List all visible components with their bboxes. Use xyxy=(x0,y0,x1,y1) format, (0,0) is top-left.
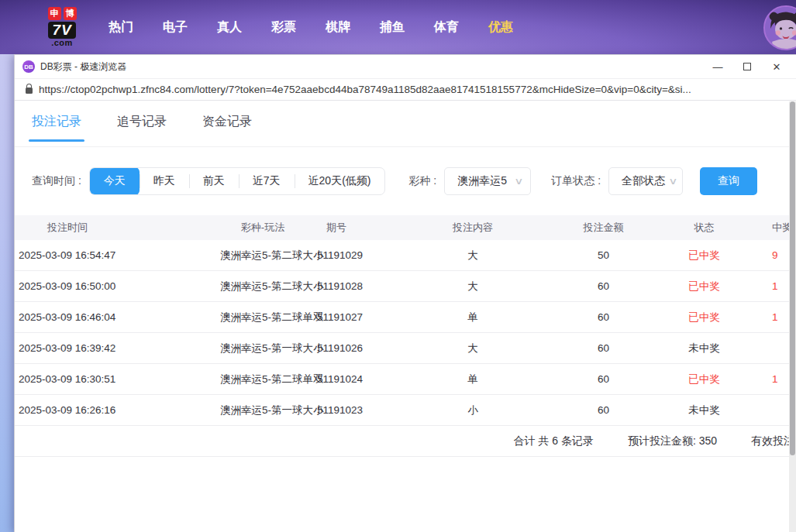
cell-game: 澳洲幸运5-第一球大小 xyxy=(208,342,317,355)
cell-status: 未中奖 xyxy=(663,342,745,355)
close-icon[interactable]: ✕ xyxy=(762,56,791,77)
site-nav-menu: 热门 电子 真人 彩票 棋牌 捕鱼 体育 优惠 xyxy=(109,19,513,36)
cell-bet-amount: 60 xyxy=(543,404,663,416)
minimize-icon[interactable]: — xyxy=(703,56,732,77)
cell-bet-amount: 60 xyxy=(543,311,663,323)
cell-status: 已中奖 xyxy=(663,249,745,263)
cell-bet-content: 小 xyxy=(402,403,543,417)
cell-issue: 51191023 xyxy=(317,404,402,416)
table-row: 2025-03-09 16:26:16 澳洲幸运5-第一球大小 51191023… xyxy=(15,395,796,426)
cell-bet-amount: 60 xyxy=(543,373,663,385)
browser-window: DB DB彩票 - 极速浏览器 — ✕ https://ctop02pchwp1… xyxy=(14,54,796,532)
logo-text: 7V xyxy=(48,22,75,39)
cell-game: 澳洲幸运5-第二球单双 xyxy=(208,311,317,324)
cell-bet-content: 大 xyxy=(402,249,543,263)
cell-bet-amount: 50 xyxy=(543,249,663,261)
nav-item-sports[interactable]: 体育 xyxy=(434,19,459,36)
window-scrollbar[interactable] xyxy=(789,101,796,532)
window-controls: — ✕ xyxy=(703,55,791,78)
summary-total-count: 合计 共 6 条记录 xyxy=(514,434,594,448)
time-option-yesterday[interactable]: 昨天 xyxy=(140,167,189,195)
user-avatar[interactable] xyxy=(763,5,796,50)
tab-fund-records[interactable]: 资金记录 xyxy=(202,114,252,146)
lottery-filter-label: 彩种 : xyxy=(408,174,436,188)
cell-issue: 51191027 xyxy=(317,311,402,323)
table-row: 2025-03-09 16:50:00 澳洲幸运5-第二球大小 51191028… xyxy=(15,271,796,302)
table-summary-row: 合计 共 6 条记录 预计投注金额: 350 有效投注金额: xyxy=(15,426,796,457)
app-icon: DB xyxy=(22,60,35,73)
time-filter-group: 今天 昨天 前天 近7天 近20天(低频) xyxy=(89,167,386,195)
order-status-select[interactable]: 全部状态 ∨ xyxy=(608,167,683,195)
scrollbar-thumb[interactable] xyxy=(790,101,795,455)
order-status-value: 全部状态 xyxy=(622,174,665,188)
page-content: 投注记录 追号记录 资金记录 查询时间 : 今天 昨天 前天 近7天 近20天(… xyxy=(15,101,796,457)
tab-chase-records[interactable]: 追号记录 xyxy=(117,114,167,146)
cell-game: 澳洲幸运5-第二球单双 xyxy=(208,372,317,386)
header-game: 彩种-玩法 xyxy=(208,221,317,235)
logo-badge-2: 博 xyxy=(64,7,77,20)
cell-issue: 51191026 xyxy=(317,342,402,354)
cell-bet-amount: 60 xyxy=(543,342,663,354)
maximize-box xyxy=(743,63,751,70)
nav-item-promo[interactable]: 优惠 xyxy=(488,19,513,36)
header-bet-amount: 投注金额 xyxy=(543,221,663,235)
nav-item-fishing[interactable]: 捕鱼 xyxy=(380,19,405,36)
site-logo[interactable]: 申 博 7V .com xyxy=(40,7,84,47)
cell-bet-content: 大 xyxy=(402,342,543,355)
table-row: 2025-03-09 16:54:47 澳洲幸运5-第二球大小 51191029… xyxy=(15,240,796,271)
table-row: 2025-03-09 16:39:42 澳洲幸运5-第一球大小 51191026… xyxy=(15,333,796,364)
table-header-row: 投注时间 彩种-玩法 期号 投注内容 投注金额 状态 中奖金额 xyxy=(15,215,796,240)
lock-icon xyxy=(26,88,33,94)
cell-issue: 51191029 xyxy=(317,249,402,261)
cell-issue: 51191028 xyxy=(317,280,402,292)
nav-item-slots[interactable]: 电子 xyxy=(163,19,188,36)
cell-status: 已中奖 xyxy=(663,280,745,293)
address-bar[interactable]: https://ctop02pchwp1.zfnc84.com/lottery/… xyxy=(15,78,796,101)
time-option-today[interactable]: 今天 xyxy=(90,167,140,195)
tab-bet-records[interactable]: 投注记录 xyxy=(32,114,81,146)
cell-bet-time: 2025-03-09 16:46:04 xyxy=(15,311,208,323)
cell-issue: 51191024 xyxy=(317,373,402,385)
time-filter-label: 查询时间 : xyxy=(32,174,81,188)
window-titlebar[interactable]: DB DB彩票 - 极速浏览器 — ✕ xyxy=(15,55,796,78)
logo-subtext: .com xyxy=(51,39,73,47)
nav-item-cards[interactable]: 棋牌 xyxy=(326,19,350,36)
cell-bet-time: 2025-03-09 16:54:47 xyxy=(15,249,208,261)
cell-game: 澳洲幸运5-第二球大小 xyxy=(208,249,317,263)
nav-item-hot[interactable]: 热门 xyxy=(109,19,133,36)
cell-bet-content: 单 xyxy=(402,372,543,386)
time-option-20days[interactable]: 近20天(低频) xyxy=(295,167,385,195)
site-nav-bar: 申 博 7V .com 热门 电子 真人 彩票 棋牌 捕鱼 体育 优惠 xyxy=(0,0,796,54)
table-row: 2025-03-09 16:46:04 澳洲幸运5-第二球单双 51191027… xyxy=(15,302,796,333)
header-issue: 期号 xyxy=(317,221,402,235)
cell-bet-content: 大 xyxy=(402,280,543,293)
url-text[interactable]: https://ctop02pchwp1.zfnc84.com/lottery/… xyxy=(39,84,691,95)
cell-game: 澳洲幸运5-第二球大小 xyxy=(208,280,317,293)
cell-status: 未中奖 xyxy=(663,403,745,417)
filter-bar: 查询时间 : 今天 昨天 前天 近7天 近20天(低频) 彩种 : 澳洲幸运5 … xyxy=(32,167,796,195)
maximize-icon[interactable] xyxy=(732,56,762,77)
header-bet-content: 投注内容 xyxy=(402,221,543,235)
table-row: 2025-03-09 16:30:51 澳洲幸运5-第二球单双 51191024… xyxy=(15,364,796,395)
cell-game: 澳洲幸运5-第一球大小 xyxy=(208,403,317,417)
cell-bet-time: 2025-03-09 16:39:42 xyxy=(15,342,208,354)
cell-bet-time: 2025-03-09 16:26:16 xyxy=(15,404,208,416)
record-tabs: 投注记录 追号记录 资金记录 xyxy=(15,101,796,147)
cell-status: 已中奖 xyxy=(663,372,745,386)
lottery-select[interactable]: 澳洲幸运5 ∨ xyxy=(444,167,531,195)
nav-item-live[interactable]: 真人 xyxy=(217,19,242,36)
logo-badges: 申 博 xyxy=(48,7,77,20)
header-bet-time: 投注时间 xyxy=(15,221,208,235)
chevron-down-icon: ∨ xyxy=(515,176,524,187)
summary-expected-bet: 预计投注金额: 350 xyxy=(628,434,717,448)
bet-records-table: 投注时间 彩种-玩法 期号 投注内容 投注金额 状态 中奖金额 2025-03-… xyxy=(15,215,796,457)
lottery-select-value: 澳洲幸运5 xyxy=(457,174,507,188)
search-button[interactable]: 查询 xyxy=(700,167,757,195)
time-option-7days[interactable]: 近7天 xyxy=(239,167,295,195)
nav-item-lottery[interactable]: 彩票 xyxy=(271,19,296,36)
cell-bet-time: 2025-03-09 16:30:51 xyxy=(15,373,208,385)
logo-badge-1: 申 xyxy=(48,7,61,20)
cell-bet-content: 单 xyxy=(402,311,543,324)
status-filter-label: 订单状态 : xyxy=(551,174,601,188)
time-option-2days-ago[interactable]: 前天 xyxy=(189,167,239,195)
